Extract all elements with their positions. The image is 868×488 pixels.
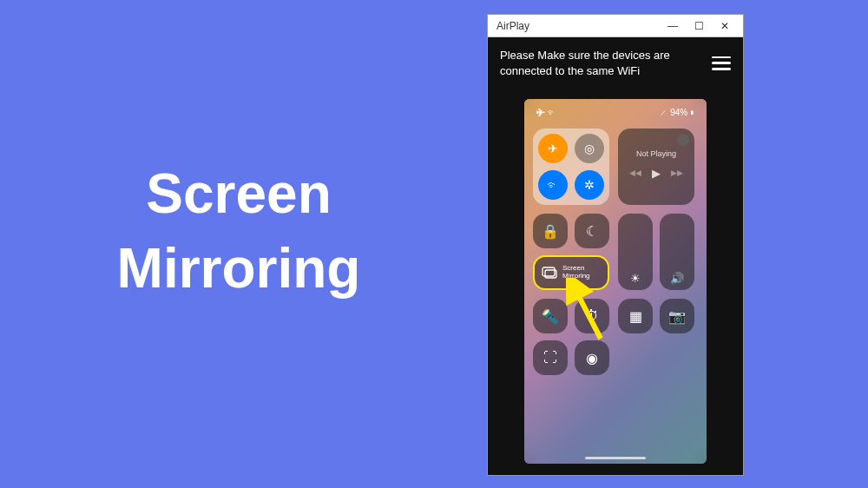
bluetooth-icon[interactable]: ✲	[575, 170, 604, 200]
screen-mirroring-icon	[542, 267, 557, 279]
hamburger-icon[interactable]	[712, 56, 731, 70]
phone-preview: ✈ ᯤ ⟋ 94% ▮ ✈ ◎ ᯤ ✲ Not Playing	[524, 99, 707, 464]
screen-record-icon[interactable]: ◉	[575, 340, 609, 375]
wifi-icon[interactable]: ᯤ	[538, 170, 568, 200]
volume-slider[interactable]: 🔊	[660, 214, 694, 290]
control-center: ✈ ◎ ᯤ ✲ Not Playing ◀◀ ▶ ▶▶	[533, 129, 698, 453]
cellular-icon[interactable]: ◎	[575, 134, 604, 163]
airplane-icon[interactable]: ✈	[538, 134, 568, 163]
svg-rect-0	[542, 267, 555, 276]
calculator-icon[interactable]: ▦	[618, 299, 653, 333]
prev-track-icon[interactable]: ◀◀	[629, 168, 641, 177]
camera-icon[interactable]: 📷	[660, 299, 694, 333]
code-scanner-icon[interactable]: ⛶	[533, 340, 568, 375]
wifi-hint-text: Please Make sure the devices are connect…	[500, 48, 705, 78]
hint-row: Please Make sure the devices are connect…	[488, 37, 743, 82]
maximize-button[interactable]: ☐	[686, 20, 712, 32]
flashlight-icon[interactable]: 🔦	[533, 299, 568, 333]
not-playing-label: Not Playing	[636, 149, 676, 158]
volume-icon: 🔊	[670, 272, 684, 285]
airplay-audio-icon[interactable]	[677, 134, 689, 146]
brightness-slider[interactable]: ☀	[618, 214, 653, 290]
close-button[interactable]: ✕	[712, 20, 738, 32]
status-right: ⟋ 94% ▮	[659, 108, 694, 117]
heading-line-2: Mirroring	[117, 237, 361, 300]
heading-line-1: Screen	[146, 162, 331, 225]
brightness-icon: ☀	[630, 272, 641, 285]
status-left: ✈ ᯤ	[536, 108, 556, 117]
play-icon[interactable]: ▶	[652, 167, 661, 180]
status-bar: ✈ ᯤ ⟋ 94% ▮	[524, 99, 707, 119]
app-body: Please Make sure the devices are connect…	[488, 37, 743, 475]
screen-mirroring-tile[interactable]: Screen Mirroring	[533, 255, 609, 290]
media-tile[interactable]: Not Playing ◀◀ ▶ ▶▶	[618, 129, 694, 205]
connectivity-tile[interactable]: ✈ ◎ ᯤ ✲	[533, 129, 609, 205]
main-heading: Screen Mirroring	[52, 156, 425, 307]
screen-mirroring-label: Screen Mirroring	[562, 265, 590, 280]
window-title: AirPlay	[493, 20, 660, 32]
do-not-disturb-icon[interactable]: ☾	[575, 214, 609, 248]
next-track-icon[interactable]: ▶▶	[671, 168, 683, 177]
rotation-lock-icon[interactable]: 🔒	[533, 214, 568, 248]
home-indicator	[585, 457, 646, 459]
minimize-button[interactable]: —	[660, 20, 686, 32]
timer-icon[interactable]: ⏱	[575, 299, 609, 333]
window-titlebar: AirPlay — ☐ ✕	[488, 15, 743, 37]
airplay-window: AirPlay — ☐ ✕ Please Make sure the devic…	[488, 15, 743, 475]
